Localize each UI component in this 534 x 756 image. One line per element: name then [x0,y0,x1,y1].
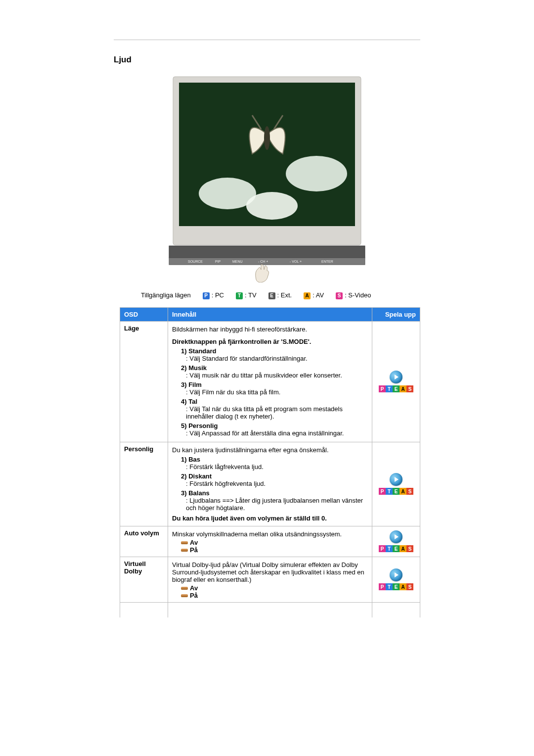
pteas-badge: PTEAS [376,583,416,590]
svg-rect-8 [169,246,365,258]
play-icon[interactable] [390,568,402,581]
table-row: Personlig Du kan justera ljudinställning… [120,442,420,526]
p-icon: P [203,292,210,299]
header-play: Spela upp [372,307,420,321]
row-content: Du kan justera ljudinställningarna efter… [168,442,372,526]
row-osd-label: Personlig [120,442,168,526]
row-content: Bildskärmen har inbyggd hi-fi stereoförs… [168,321,372,442]
table-row: Virtuell Dolby Virtual Dolby-ljud på/av … [120,557,420,602]
pteas-badge: PTEAS [376,385,416,392]
section-title: Ljud [114,55,470,65]
mode-av: A: AV [304,291,324,299]
divider-top [114,40,420,40]
svg-text:PIP: PIP [215,260,221,263]
bullet-icon [181,594,188,597]
row-osd-label: Läge [120,321,168,442]
pteas-badge: PTEAS [376,545,416,552]
play-icon[interactable] [390,371,402,383]
option-av: Av [181,584,368,592]
svg-text:SOURCE: SOURCE [188,260,203,263]
svg-text:ENTER: ENTER [321,260,333,263]
mode-tv: T: TV [236,291,257,299]
row-osd-label: Auto volym [120,526,168,557]
play-cell: PTEAS [372,321,420,442]
svg-point-6 [264,126,270,150]
option-av: Av [181,539,368,546]
table-row: Läge Bildskärmen har inbyggd hi-fi stere… [120,321,420,442]
mode-svideo: S: S-Video [336,291,371,299]
mode-ext: E: Ext. [268,291,292,299]
table-row-empty [120,602,420,617]
e-icon: E [268,292,275,299]
a-icon: A [304,292,311,299]
page: Ljud SOURCE PIP MENU [64,0,470,617]
svg-text:MENU: MENU [232,260,243,263]
row-osd-label: Virtuell Dolby [120,557,168,602]
t-icon: T [236,292,243,299]
svg-text:- CH +: - CH + [258,260,268,263]
play-cell: PTEAS [372,557,420,602]
s-icon: S [336,292,343,299]
svg-text:- VOL +: - VOL + [290,260,302,263]
table-header-row: OSD Innehåll Spela upp [120,307,420,321]
play-icon[interactable] [390,530,402,543]
row-content: Virtual Dolby-ljud på/av (Virtual Dolby … [168,557,372,602]
option-pa: På [181,546,368,554]
tv-illustration: SOURCE PIP MENU - CH + - VOL + ENTER [64,75,470,284]
svg-rect-7 [247,228,287,237]
svg-point-5 [246,192,298,220]
option-pa: På [181,592,368,599]
bullet-icon [181,541,188,544]
osd-table: OSD Innehåll Spela upp Läge Bildskärmen … [120,307,420,617]
modes-label: Tillgängliga lägen [141,291,191,299]
available-modes-row: Tillgängliga lägen P: PC T: TV E: Ext. A… [141,291,470,299]
table-row: Auto volym Minskar volymskillnaderna mel… [120,526,420,557]
svg-point-4 [286,156,347,191]
play-icon[interactable] [390,473,402,486]
header-content: Innehåll [168,307,372,321]
bullet-icon [181,587,188,590]
row-content: Minskar volymskillnaderna mellan olika u… [168,526,372,557]
play-cell: PTEAS [372,442,420,526]
pteas-badge: PTEAS [376,488,416,495]
mode-pc: P: PC [203,291,224,299]
bullet-icon [181,549,188,552]
header-osd: OSD [120,307,168,321]
play-cell: PTEAS [372,526,420,557]
